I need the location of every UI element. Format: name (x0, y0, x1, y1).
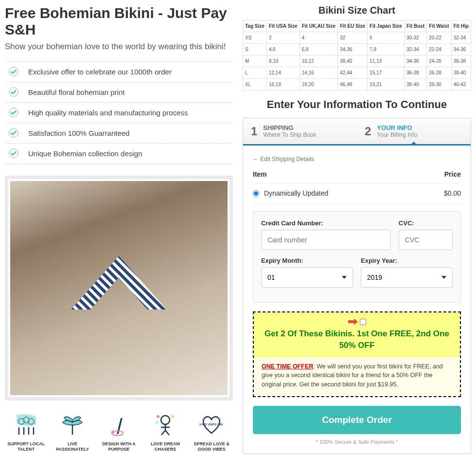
item-line: Dynamically Updated $0.00 (253, 183, 461, 203)
step-your-info[interactable]: 2 YOUR INFOYour Billing Info (357, 118, 471, 144)
complete-order-button[interactable]: Complete Order (253, 406, 461, 434)
expiry-month-label: Expiry Month: (261, 257, 353, 264)
check-icon (9, 67, 18, 76)
svg-point-12 (157, 415, 159, 418)
secure-payments-note: * 100% Secure & Safe Payments * (253, 439, 461, 445)
svg-text:GOOD VIBES ONLY: GOOD VIBES ONLY (199, 423, 224, 426)
size-chart-table: Tag SizeFit USA SizeFit UK,AU SizeFit EU… (243, 20, 471, 91)
value-icon: SUPPORT LOCAL TALENT (5, 410, 47, 452)
cc-number-input[interactable] (261, 230, 391, 250)
arrow-right-icon (348, 318, 358, 325)
cvc-input[interactable] (399, 230, 453, 250)
size-header: Fit USA Size (266, 20, 300, 32)
check-icon (9, 108, 18, 117)
cc-number-label: Credit Card Number: (261, 219, 391, 227)
value-icon: GOOD VIBES ONLYSPREAD LOVE & GOOD VIBES (191, 410, 233, 452)
form-title: Enter Your Information To Continue (243, 98, 471, 111)
upsell-description: ONE TIME OFFER: We will send you your fi… (254, 357, 460, 396)
check-icon (9, 148, 18, 158)
feature-item: Unique Bohemian collection design (5, 144, 233, 164)
value-icon: DESIGN WITH A PURPOSE (98, 410, 140, 452)
table-row: L12,1414,1642,4415,1736-3826-2838-40 (243, 67, 471, 79)
step-shipping[interactable]: 1 SHIPPINGWhere To Ship Book (243, 118, 357, 144)
expiry-year-select[interactable]: 2019 (361, 267, 453, 288)
size-header: Fit UK,AU Size (300, 20, 338, 32)
svg-point-10 (121, 432, 124, 435)
expiry-year-label: Expiry Year: (361, 257, 453, 264)
upsell-title: Get 2 Of These Bikinis. 1st One FREE, 2n… (262, 328, 452, 351)
size-header: Fit Waist (427, 20, 451, 32)
cvc-label: CVC: (399, 219, 453, 227)
size-header: Fit Hip (451, 20, 471, 32)
value-icon: LIVE PASSIONATELY (51, 410, 93, 452)
feature-item: Exclusive offer to celebrate our 1000th … (5, 61, 233, 82)
feature-item: High quality materials and manufacturing… (5, 103, 233, 123)
item-header-row: Item Price (253, 170, 461, 183)
svg-point-14 (156, 421, 158, 423)
svg-point-11 (161, 416, 170, 424)
size-header: Tag Size (243, 20, 267, 32)
checkout-steps: 1 SHIPPINGWhere To Ship Book 2 YOUR INFO… (243, 118, 471, 146)
edit-shipping-link[interactable]: Edit Shipping Details (253, 156, 314, 163)
page-title: Free Bohemian Bikini - Just Pay S&H (5, 5, 233, 38)
checkout-form: 1 SHIPPINGWhere To Ship Book 2 YOUR INFO… (243, 118, 471, 454)
feature-list: Exclusive offer to celebrate our 1000th … (5, 61, 233, 164)
payment-box: Credit Card Number: CVC: Expiry Month: 0… (253, 211, 461, 303)
check-icon (9, 87, 18, 97)
svg-point-17 (219, 418, 221, 420)
upsell-checkbox[interactable] (360, 319, 366, 325)
svg-point-13 (171, 415, 174, 418)
svg-point-9 (111, 431, 114, 434)
table-row: XL16,1818,2046,4819,2138-4028-3040-42 (243, 79, 471, 91)
table-row: S4,66,834,367,932-3422-2434-36 (243, 44, 471, 55)
product-image (5, 176, 233, 401)
page-subtitle: Show your bohemian love to the world by … (5, 42, 233, 52)
size-header: Fit EU Size (338, 20, 368, 32)
size-chart-title: Bikini Size Chart (243, 5, 471, 16)
item-name: Dynamically Updated (264, 189, 328, 197)
feature-item: Beautiful floral bohemian print (5, 82, 233, 103)
upsell-offer-box: Get 2 Of These Bikinis. 1st One FREE, 2n… (253, 311, 461, 397)
value-icon: LOVE DREAM CHASERS (144, 410, 186, 452)
item-price: $0.00 (444, 189, 461, 197)
size-header: Fit Japan Size (368, 20, 405, 32)
table-row: XS2432530-3220-2232-34 (243, 32, 471, 44)
value-icons-row: SUPPORT LOCAL TALENT LIVE PASSIONATELY D… (5, 410, 233, 452)
feature-item: Satisfaction 100% Guarranteed (5, 123, 233, 144)
expiry-month-select[interactable]: 01 (261, 267, 353, 288)
size-header: Fit Bust (404, 20, 426, 32)
item-radio[interactable] (253, 190, 259, 197)
check-icon (9, 128, 18, 138)
svg-point-16 (202, 418, 204, 420)
table-row: M8,1010,1238,4011,1334-3624-2636-38 (243, 55, 471, 67)
